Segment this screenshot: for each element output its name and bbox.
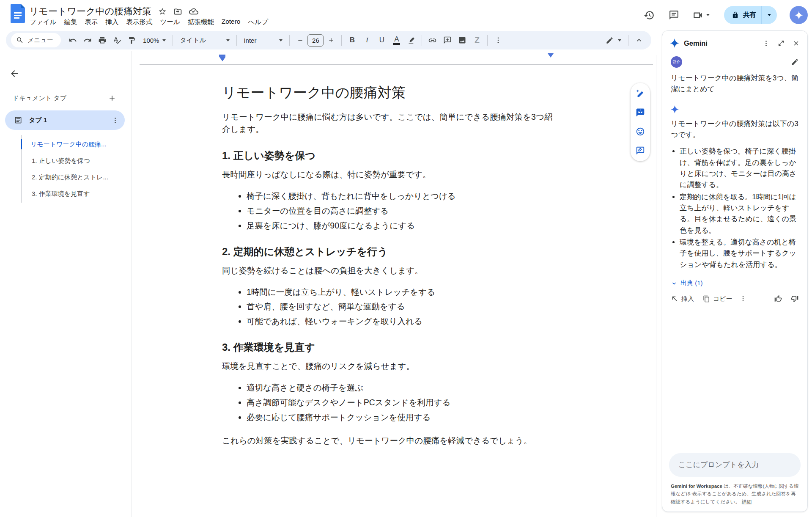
menu-help[interactable]: ヘルプ xyxy=(244,17,272,28)
add-comment-rail-button[interactable] xyxy=(636,108,645,117)
redo-button[interactable] xyxy=(80,33,95,47)
zoom-value: 100% xyxy=(143,37,159,44)
share-dropdown-caret-icon xyxy=(768,14,771,16)
menu-file[interactable]: ファイル xyxy=(26,17,60,28)
share-dropdown[interactable] xyxy=(762,6,777,24)
menu-edit[interactable]: 編集 xyxy=(60,17,81,28)
document-page[interactable]: リモートワーク中の腰痛対策 リモートワーク中に腰痛に悩む方は多いです。ここでは、… xyxy=(222,83,553,447)
response-spark-icon xyxy=(671,105,799,113)
response-bullet-list: 正しい姿勢を保つ。椅子に深く腰掛け、背筋を伸ばす。足の裏をしっかりと床につけ、モ… xyxy=(671,146,799,271)
search-menus-button[interactable]: メニュー xyxy=(11,33,61,47)
share-button[interactable]: 共有 xyxy=(724,6,777,24)
document-title-row: リモートワーク中の腰痛対策 xyxy=(29,5,198,18)
emoji-reaction-button[interactable] xyxy=(636,127,645,136)
doc-heading-2: 2. 定期的に休憩とストレッチを行う xyxy=(222,245,553,258)
header-right-actions: 共有 xyxy=(643,6,808,24)
increase-font-size-button[interactable] xyxy=(324,33,338,47)
share-main-segment[interactable]: 共有 xyxy=(724,6,761,24)
gemini-more-options-button[interactable] xyxy=(763,40,770,47)
prompt-input-pill[interactable] xyxy=(669,453,801,477)
details-link[interactable]: 詳細 xyxy=(742,499,752,504)
cloud-saved-icon[interactable] xyxy=(189,7,198,16)
comments-icon[interactable] xyxy=(668,9,680,21)
add-comment-button[interactable] xyxy=(440,33,455,47)
sources-toggle[interactable]: 出典 (1) xyxy=(671,279,799,287)
response-bullet: 定期的に休憩を取る。1時間に1回は立ち上がり、軽いストレッチをする。目を休ませる… xyxy=(680,192,799,236)
panel-divider xyxy=(656,55,656,517)
document-outline: リモートワーク中の腰痛... 1. 正しい姿勢を保つ 2. 定期的に休憩とストレ… xyxy=(21,135,127,203)
thumbs-down-button[interactable] xyxy=(790,294,799,303)
outline-item-1[interactable]: 1. 正しい姿勢を保つ xyxy=(22,152,127,169)
italic-button[interactable]: I xyxy=(359,33,374,47)
paint-format-button[interactable] xyxy=(124,33,139,47)
outline-item-2[interactable]: 2. 定期的に休憩とストレ... xyxy=(22,169,127,185)
highlight-color-button[interactable] xyxy=(404,33,419,47)
insert-response-button[interactable]: 挿入 xyxy=(671,295,694,303)
star-icon[interactable] xyxy=(158,7,167,16)
doc-heading-3: 3. 作業環境を見直す xyxy=(222,341,553,354)
menu-tools[interactable]: ツール xyxy=(156,17,184,28)
gemini-panel-title: Gemini xyxy=(684,39,708,47)
menu-zotero[interactable]: Zotero xyxy=(218,17,244,28)
menu-format[interactable]: 表示形式 xyxy=(122,17,156,28)
doc-list-item: 椅子に深く腰掛け、背もたれに背中をしっかりとつける xyxy=(247,191,553,202)
gemini-close-button[interactable] xyxy=(793,40,800,47)
bold-button[interactable]: B xyxy=(345,33,359,47)
move-to-folder-icon[interactable] xyxy=(173,7,182,16)
spellcheck-button[interactable] xyxy=(110,33,124,47)
gemini-avatar-button[interactable] xyxy=(790,6,808,24)
add-tab-button[interactable] xyxy=(108,94,116,102)
underline-button[interactable]: U xyxy=(374,33,389,47)
menu-extensions[interactable]: 拡張機能 xyxy=(184,17,218,28)
suggest-edits-button[interactable] xyxy=(636,146,645,155)
join-call-button[interactable] xyxy=(692,10,710,21)
decrease-font-size-button[interactable] xyxy=(293,33,307,47)
text-color-glyph: A xyxy=(394,36,399,43)
toolbar-divider xyxy=(487,35,488,46)
document-title[interactable]: リモートワーク中の腰痛対策 xyxy=(29,5,151,18)
left-indent-marker[interactable] xyxy=(219,55,225,61)
copy-response-button[interactable]: コピー xyxy=(703,295,732,303)
outline-item-title[interactable]: リモートワーク中の腰痛... xyxy=(22,136,127,152)
paragraph-style-select[interactable]: タイトル xyxy=(176,33,233,47)
paragraph-style-value: タイトル xyxy=(180,36,206,44)
response-more-button[interactable] xyxy=(740,295,746,302)
text-color-bar xyxy=(393,43,400,45)
doc-heading-1: 1. 正しい姿勢を保つ xyxy=(222,149,553,162)
right-indent-marker[interactable] xyxy=(548,58,554,65)
undo-button[interactable] xyxy=(65,33,80,47)
user-prompt-text: リモートワーク中の腰痛対策を3つ、簡潔にまとめて xyxy=(671,73,799,95)
outline-item-3[interactable]: 3. 作業環境を見直す xyxy=(22,185,127,202)
insert-image-button[interactable] xyxy=(455,33,469,47)
doc-list-item: 1時間に一度は立ち上がり、軽いストレッチをする xyxy=(247,287,553,298)
menu-insert[interactable]: 挿入 xyxy=(102,17,122,28)
back-arrow-button[interactable] xyxy=(8,68,20,80)
thumbs-up-button[interactable] xyxy=(774,294,782,303)
help-me-write-button[interactable] xyxy=(636,89,645,98)
doc-lead-3: 環境を見直すことで、腰痛のリスクを減らせます。 xyxy=(222,360,553,372)
tab-item-1[interactable]: タブ 1 xyxy=(5,110,125,130)
floating-action-rail xyxy=(631,83,650,161)
font-select[interactable]: Inter xyxy=(240,33,286,47)
print-button[interactable] xyxy=(95,33,110,47)
prompt-input[interactable] xyxy=(672,455,797,475)
menu-view[interactable]: 表示 xyxy=(81,17,102,28)
gemini-expand-button[interactable] xyxy=(778,40,785,47)
font-size-input[interactable]: 26 xyxy=(307,34,324,47)
insert-link-button[interactable] xyxy=(425,33,440,47)
tab-options-button[interactable] xyxy=(112,117,119,124)
zoom-select[interactable]: 100% xyxy=(139,33,170,47)
edit-prompt-button[interactable] xyxy=(791,58,799,66)
doc-lead-1: 長時間座りっぱなしになる際は、特に姿勢が重要です。 xyxy=(222,168,553,181)
text-color-button[interactable]: A xyxy=(389,33,404,47)
toolbar-divider xyxy=(341,35,342,46)
editing-mode-select[interactable] xyxy=(602,33,625,47)
version-history-icon[interactable] xyxy=(643,9,655,21)
google-docs-logo[interactable] xyxy=(11,4,25,23)
more-options-button[interactable] xyxy=(491,33,505,47)
doc-list-item: モニターの位置を目の高さに調整する xyxy=(247,206,553,217)
font-value: Inter xyxy=(244,37,256,44)
response-bullet: 環境を整える。適切な高さの机と椅子を使用し、腰をサポートするクッションや背もたれ… xyxy=(680,237,799,270)
hide-menus-button[interactable] xyxy=(631,33,646,47)
zotero-button[interactable]: Z xyxy=(469,33,484,47)
